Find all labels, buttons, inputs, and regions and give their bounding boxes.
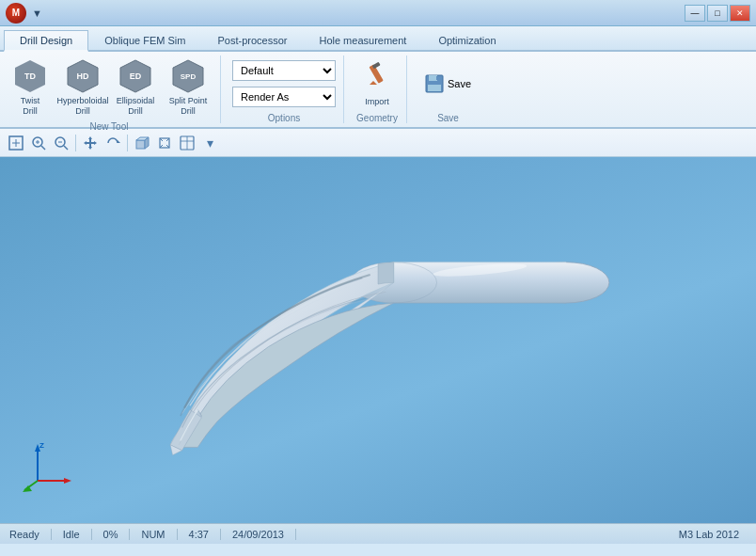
ribbon-tabs: Drill Design Oblique FEM Sim Post-proces… <box>0 26 756 52</box>
svg-line-23 <box>64 146 68 150</box>
drill-model <box>0 167 756 496</box>
svg-marker-25 <box>118 140 120 143</box>
geometry-group-label: Geometry <box>356 111 398 123</box>
pan-icon <box>83 135 98 151</box>
ellipsoidal-drill-label: EllipsoidalDrill <box>117 96 155 117</box>
import-button[interactable]: Import <box>355 56 399 111</box>
tab-optimization[interactable]: Optimization <box>422 30 512 50</box>
perspective-button[interactable] <box>154 133 175 153</box>
hyperboloidal-drill-button[interactable]: HD HyperboloidalDrill <box>58 56 107 119</box>
svg-rect-13 <box>436 76 438 80</box>
ellipsoidal-drill-button[interactable]: ED EllipsoidalDrill <box>111 56 160 119</box>
svg-marker-9 <box>370 81 377 85</box>
app-icon: M <box>6 3 26 24</box>
save-icon <box>425 74 444 93</box>
tab-post-processor[interactable]: Post-processor <box>201 30 303 50</box>
hyperboloidal-drill-label: HyperboloidalDrill <box>56 96 108 117</box>
render-options-button[interactable] <box>177 133 197 153</box>
tab-hole-measurement[interactable]: Hole measurement <box>303 30 422 50</box>
save-group-label: Save <box>437 111 459 123</box>
status-time: 4:37 <box>178 529 221 540</box>
title-bar-title: ▼ <box>32 8 42 19</box>
status-progress: 0% <box>92 529 131 540</box>
split-point-drill-label: Split PointDrill <box>169 96 208 117</box>
render-options-icon <box>180 135 195 151</box>
status-lab: M3 Lab 2012 <box>668 529 750 540</box>
zoom-in-button[interactable] <box>28 133 49 153</box>
render-as-dropdown[interactable]: Render As Shaded Wireframe <box>232 87 336 107</box>
status-ready: Ready <box>6 529 52 540</box>
svg-marker-47 <box>64 478 71 484</box>
zoom-out-button[interactable] <box>51 133 71 153</box>
status-date: 24/09/2013 <box>221 529 296 540</box>
close-button[interactable]: ✕ <box>730 5 750 22</box>
axis-indicator: Z <box>19 438 75 495</box>
viewport-container: Z <box>0 157 756 523</box>
zoom-in-icon <box>31 135 46 151</box>
svg-rect-12 <box>429 75 437 81</box>
title-bar: M ▼ — □ ✕ <box>0 0 756 26</box>
svg-text:ED: ED <box>130 71 142 81</box>
svg-text:SPD: SPD <box>181 72 197 81</box>
svg-line-19 <box>41 146 45 150</box>
zoom-extent-icon <box>8 135 24 151</box>
twist-drill-icon: TD <box>12 58 48 94</box>
ribbon-toolbar: TD TwistDrill HD HyperboloidalDrill <box>0 52 756 129</box>
tab-oblique-fem[interactable]: Oblique FEM Sim <box>88 30 201 50</box>
maximize-button[interactable]: □ <box>707 5 728 22</box>
view-toolbar: ▾ <box>0 129 756 157</box>
options-group: Default Wireframe Solid Render As Shaded… <box>232 56 344 123</box>
geometry-group: Import Geometry <box>355 56 407 123</box>
pan-button[interactable] <box>80 133 101 153</box>
status-bar: Ready Idle 0% NUM 4:37 24/09/2013 M3 Lab… <box>0 523 756 544</box>
svg-text:TD: TD <box>24 71 36 81</box>
default-dropdown[interactable]: Default Wireframe Solid <box>232 60 336 81</box>
toolbar-separator-2 <box>127 135 128 151</box>
minimize-button[interactable]: — <box>685 5 705 22</box>
rotate-icon <box>105 135 120 151</box>
zoom-out-icon <box>54 135 69 151</box>
perspective-icon <box>157 135 172 151</box>
split-point-drill-button[interactable]: SPD Split PointDrill <box>164 56 213 119</box>
zoom-extent-button[interactable] <box>6 133 26 153</box>
toolbar-separator-1 <box>75 135 76 151</box>
svg-text:Z: Z <box>39 441 44 450</box>
hyperboloidal-drill-icon: HD <box>65 58 101 94</box>
svg-rect-14 <box>428 85 441 91</box>
twist-drill-label: TwistDrill <box>21 96 40 117</box>
save-button[interactable]: Save <box>418 71 478 96</box>
new-tool-group-label: New Tool <box>90 119 129 132</box>
tab-drill-design[interactable]: Drill Design <box>4 30 88 52</box>
options-group-label: Options <box>268 111 300 123</box>
new-tool-group: TD TwistDrill HD HyperboloidalDrill <box>6 56 221 123</box>
svg-rect-26 <box>136 140 145 149</box>
twist-drill-button[interactable]: TD TwistDrill <box>6 56 55 119</box>
save-group: Save Save <box>418 56 485 123</box>
status-idle: Idle <box>52 529 92 540</box>
split-point-drill-icon: SPD <box>170 58 206 94</box>
status-numlock: NUM <box>130 529 177 540</box>
view-cube-icon <box>134 135 150 151</box>
rotate-button[interactable] <box>102 133 123 153</box>
ellipsoidal-drill-icon: ED <box>118 58 153 94</box>
save-label: Save <box>448 78 471 89</box>
more-options-button[interactable]: ▾ <box>199 133 220 153</box>
view-cube-button[interactable] <box>132 133 152 153</box>
import-icon <box>359 59 395 95</box>
viewport[interactable]: Z <box>0 157 756 523</box>
import-label: Import <box>365 97 389 107</box>
svg-text:HD: HD <box>77 71 89 81</box>
